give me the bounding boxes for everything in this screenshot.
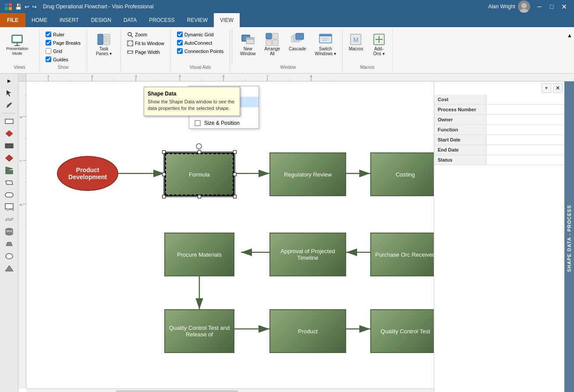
tooltip-box: Shape Data Show the Shape Data window to… <box>144 87 240 116</box>
sdp-value-start-date[interactable] <box>487 135 564 145</box>
svg-point-5 <box>520 9 528 13</box>
trapezoid-tool[interactable] <box>3 239 16 249</box>
sdp-row-status: Status <box>434 155 564 165</box>
presentation-mode-btn[interactable]: PresentationMode <box>4 31 31 58</box>
svg-marker-57 <box>6 167 13 170</box>
approval-node[interactable]: Approval of Projected Timeline <box>269 233 346 276</box>
sdp-expand-btn[interactable]: + <box>542 83 551 93</box>
title-bar-controls[interactable]: ─ □ ✕ <box>534 1 570 12</box>
tab-data[interactable]: DATA <box>117 13 143 27</box>
zoom-btn[interactable]: Zoom <box>124 31 167 39</box>
dark-diamond-tool[interactable] <box>3 153 16 163</box>
guides-check[interactable]: Guides <box>43 56 83 63</box>
svg-rect-40 <box>296 33 304 39</box>
collapse-ribbon-btn[interactable]: ▲ <box>565 31 574 40</box>
product-node[interactable]: Product <box>269 309 346 353</box>
expand-panel-btn[interactable]: ▶ <box>3 75 16 86</box>
svg-rect-10 <box>98 34 103 45</box>
svg-rect-60 <box>5 204 13 209</box>
cascade-btn[interactable]: Cascade <box>286 31 308 53</box>
tab-design[interactable]: DESIGN <box>85 13 117 27</box>
new-window-btn[interactable]: NewWindow <box>237 31 259 58</box>
redo-icon[interactable]: ↪ <box>32 4 37 10</box>
arrange-all-btn[interactable]: ArrangeAll <box>262 31 283 58</box>
document-shape-tool[interactable] <box>3 202 16 212</box>
svg-marker-58 <box>6 181 13 184</box>
pointer-tool[interactable] <box>3 88 16 98</box>
ribbon-group-views: PresentationMode Views <box>0 29 39 71</box>
costing-node[interactable]: Costing <box>370 152 440 196</box>
diamond-tool[interactable] <box>3 128 16 139</box>
tab-review[interactable]: REVIEW <box>181 13 214 27</box>
ruler-check[interactable]: Ruler <box>43 31 83 38</box>
sdp-row-cost: Cost <box>434 95 564 105</box>
svg-text:2: 2 <box>47 74 50 78</box>
close-btn[interactable]: ✕ <box>558 1 570 12</box>
purchase-node[interactable]: Purchase Orc Received <box>370 233 440 276</box>
purchase-label: Purchase Orc Received <box>375 251 435 258</box>
svg-text:6: 6 <box>19 204 23 206</box>
h-scrollbar-thumb[interactable] <box>116 390 238 392</box>
presentation-mode-label: PresentationMode <box>6 46 28 56</box>
visual-aids-checkboxes: Dynamic Grid AutoConnect Connection Poin… <box>174 31 226 55</box>
tab-home[interactable]: HOME <box>25 13 53 27</box>
tab-view[interactable]: VIEW <box>214 13 240 27</box>
dd-size-position[interactable]: Size & Position <box>189 118 259 128</box>
fit-to-window-btn[interactable]: Fit to Window <box>124 39 167 47</box>
flag-tool[interactable] <box>3 165 16 176</box>
ribbon-content: PresentationMode Views Ruler Page Breaks… <box>0 27 574 74</box>
rounded-rect-tool[interactable] <box>3 190 16 200</box>
connection-points-check[interactable]: Connection Points <box>174 47 226 55</box>
maximize-btn[interactable]: □ <box>546 1 557 12</box>
page-breaks-check[interactable]: Page Breaks <box>43 39 83 46</box>
svg-rect-56 <box>6 170 13 174</box>
task-panes-btn[interactable]: TaskPanes ▾ <box>91 31 117 58</box>
dynamic-grid-check[interactable]: Dynamic Grid <box>174 31 226 38</box>
sdp-close-btn[interactable]: ✕ <box>553 83 563 93</box>
grid-check[interactable]: Grid <box>43 47 83 55</box>
quality-control-2-node[interactable]: Quality Control Test <box>370 309 440 353</box>
sdp-value-owner[interactable] <box>487 115 564 124</box>
svg-marker-50 <box>7 90 11 96</box>
cylinder-tool[interactable] <box>3 226 16 237</box>
page-width-btn[interactable]: Page Width <box>124 48 167 56</box>
tab-process[interactable]: PROCESS <box>143 13 181 27</box>
tab-insert[interactable]: INSERT <box>53 13 85 27</box>
triangle-tool[interactable] <box>3 263 16 274</box>
sdp-value-cost[interactable] <box>487 95 564 104</box>
macros-icon: M <box>349 32 363 46</box>
regulatory-review-node[interactable]: Regulatory Review <box>269 152 346 196</box>
shape-data-header-text: SHAPE DATA - PROCESS <box>567 205 572 272</box>
autoconnect-check[interactable]: AutoConnect <box>174 39 226 46</box>
ruler-v: 8 7 6 <box>18 81 26 388</box>
sdp-value-status[interactable] <box>487 155 564 165</box>
circle-tool[interactable] <box>3 251 16 261</box>
ribbon-group-task-panes: TaskPanes ▾ Shapes Shape Data Pan & Zoom… <box>87 29 121 71</box>
main-area: ▶ <box>0 74 574 392</box>
sdp-row-end-date: End Date <box>434 145 564 155</box>
sdp-value-process-number[interactable] <box>487 105 564 114</box>
switch-windows-btn[interactable]: SwitchWindows ▾ <box>312 31 339 58</box>
sdp-value-end-date[interactable] <box>487 145 564 155</box>
undo-icon[interactable]: ↩ <box>25 4 29 10</box>
procure-materials-node[interactable]: Procure Materials <box>164 233 234 276</box>
rect-tool[interactable] <box>3 116 16 127</box>
macros-btn[interactable]: M Macros <box>346 31 366 53</box>
dark-rect-tool[interactable] <box>3 141 16 151</box>
minimize-btn[interactable]: ─ <box>534 1 545 12</box>
sdp-value-function[interactable] <box>487 125 564 134</box>
svg-rect-42 <box>319 34 332 36</box>
save-icon[interactable]: 💾 <box>15 4 22 10</box>
pencil-tool[interactable] <box>3 100 16 110</box>
tape-tool[interactable] <box>3 214 16 225</box>
sdp-label-function: Function <box>434 125 487 134</box>
formula-node[interactable]: Formula <box>164 152 234 196</box>
quality-control-1-node[interactable]: Quality Control Test and Release of <box>164 309 234 353</box>
parallelogram-tool[interactable] <box>3 177 16 188</box>
product-development-node[interactable]: Product Development <box>57 156 118 191</box>
tab-file[interactable]: FILE <box>0 13 25 27</box>
add-ons-btn[interactable]: Add-Ons ▾ <box>369 31 389 58</box>
svg-rect-54 <box>5 144 13 148</box>
sdp-label-process-number: Process Number <box>434 105 487 114</box>
task-panes-group-label <box>91 68 117 70</box>
